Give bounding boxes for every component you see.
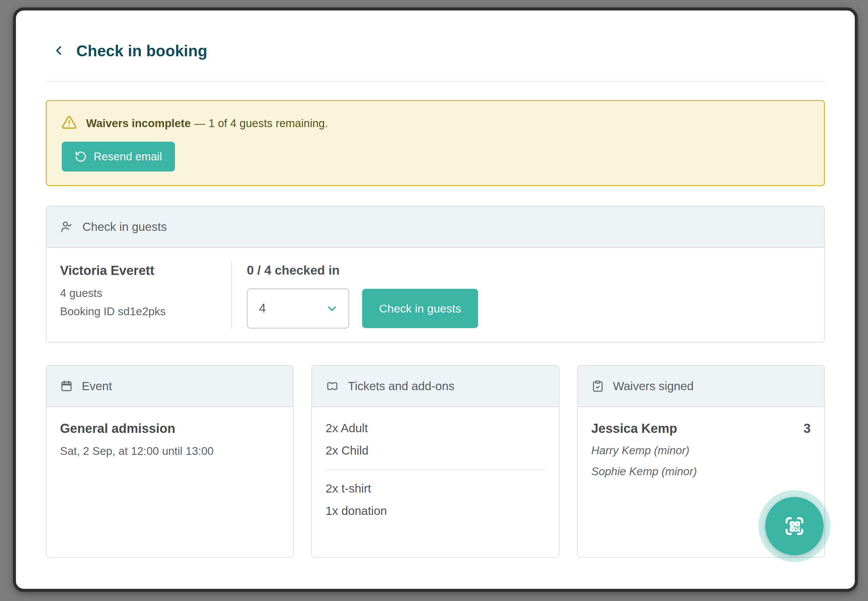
tickets-card-header: Tickets and add-ons <box>312 366 558 407</box>
event-datetime: Sat, 2 Sep, at 12:00 until 13:00 <box>60 445 279 458</box>
qr-scan-icon <box>782 514 807 538</box>
event-card: Event General admission Sat, 2 Sep, at 1… <box>46 365 294 558</box>
page-header: Check in booking <box>46 42 825 60</box>
check-in-section-title: Check in guests <box>82 220 167 233</box>
chevron-left-icon <box>52 43 66 59</box>
rotate-ccw-icon <box>75 151 87 163</box>
waivers-card-header: Waivers signed <box>578 366 824 407</box>
detail-cards-row: Event General admission Sat, 2 Sep, at 1… <box>46 365 825 558</box>
waiver-minor-line: Harry Kemp (minor) <box>591 444 811 457</box>
chevron-down-icon <box>325 302 339 315</box>
header-divider <box>46 81 825 82</box>
calendar-icon <box>60 380 73 392</box>
user-check-icon <box>60 220 73 233</box>
page-title: Check in booking <box>76 42 207 60</box>
qr-scan-button-halo <box>758 490 830 562</box>
waiver-signer-name: Jessica Kemp <box>591 421 677 436</box>
vertical-divider <box>231 261 232 328</box>
checked-in-status: 0 / 4 checked in <box>247 263 811 278</box>
event-card-header: Event <box>46 366 293 407</box>
check-in-section-body: Victoria Everett 4 guests Booking ID sd1… <box>46 248 824 342</box>
warning-message: Waivers incomplete — 1 of 4 guests remai… <box>86 117 328 130</box>
addon-list: 2x t-shirt1x donation <box>325 482 545 518</box>
back-button[interactable] <box>50 43 67 59</box>
event-name: General admission <box>60 421 279 436</box>
warning-row: Waivers incomplete — 1 of 4 guests remai… <box>61 114 810 132</box>
ticket-icon <box>325 379 339 393</box>
stage: Check in booking Waivers incomplete — 1 … <box>0 0 868 601</box>
check-in-section-header: Check in guests <box>46 206 824 248</box>
event-card-title: Event <box>82 379 112 393</box>
tickets-card-title: Tickets and add-ons <box>348 379 455 393</box>
addon-line: 1x donation <box>325 504 545 518</box>
booking-check-in-window: Check in booking Waivers incomplete — 1 … <box>13 8 858 592</box>
tickets-card-body: 2x Adult2x Child 2x t-shirt1x donation <box>312 407 558 557</box>
guest-quantity-value: 4 <box>259 301 266 316</box>
warning-triangle-icon <box>61 114 77 132</box>
waivers-warning-banner: Waivers incomplete — 1 of 4 guests remai… <box>46 100 825 186</box>
resend-email-button[interactable]: Resend email <box>62 142 175 171</box>
event-card-body: General admission Sat, 2 Sep, at 12:00 u… <box>46 407 293 557</box>
waiver-minor-list: Harry Kemp (minor)Sophie Kemp (minor) <box>591 444 811 478</box>
ticket-line: 2x Child <box>325 444 545 457</box>
guest-name: Victoria Everett <box>60 263 231 278</box>
booking-summary: Victoria Everett 4 guests Booking ID sd1… <box>60 261 231 328</box>
warning-title: Waivers incomplete <box>86 117 191 130</box>
guest-quantity-select[interactable]: 4 <box>247 288 349 328</box>
qr-scan-button[interactable] <box>765 497 824 555</box>
tickets-card: Tickets and add-ons 2x Adult2x Child 2x … <box>311 365 559 558</box>
check-in-controls: 4 Check in guests <box>247 288 811 328</box>
ticket-list: 2x Adult2x Child <box>325 421 545 457</box>
waiver-minor-line: Sophie Kemp (minor) <box>591 465 811 478</box>
ticket-line: 2x Adult <box>325 421 545 435</box>
tickets-addons-divider <box>325 470 545 470</box>
clipboard-check-icon <box>591 380 604 392</box>
waiver-count: 3 <box>804 421 811 436</box>
check-in-guests-section: Check in guests Victoria Everett 4 guest… <box>46 206 825 343</box>
check-in-guests-button[interactable]: Check in guests <box>362 289 478 328</box>
waivers-card-title: Waivers signed <box>613 379 694 393</box>
guest-count: 4 guests <box>60 287 231 300</box>
warning-detail: — 1 of 4 guests remaining. <box>194 117 328 130</box>
addon-line: 2x t-shirt <box>325 482 545 495</box>
waiver-signer-row: Jessica Kemp 3 <box>591 421 811 436</box>
booking-id: Booking ID sd1e2pks <box>60 305 231 318</box>
check-in-status-block: 0 / 4 checked in 4 Check in guests <box>246 261 811 328</box>
resend-email-label: Resend email <box>94 150 162 163</box>
